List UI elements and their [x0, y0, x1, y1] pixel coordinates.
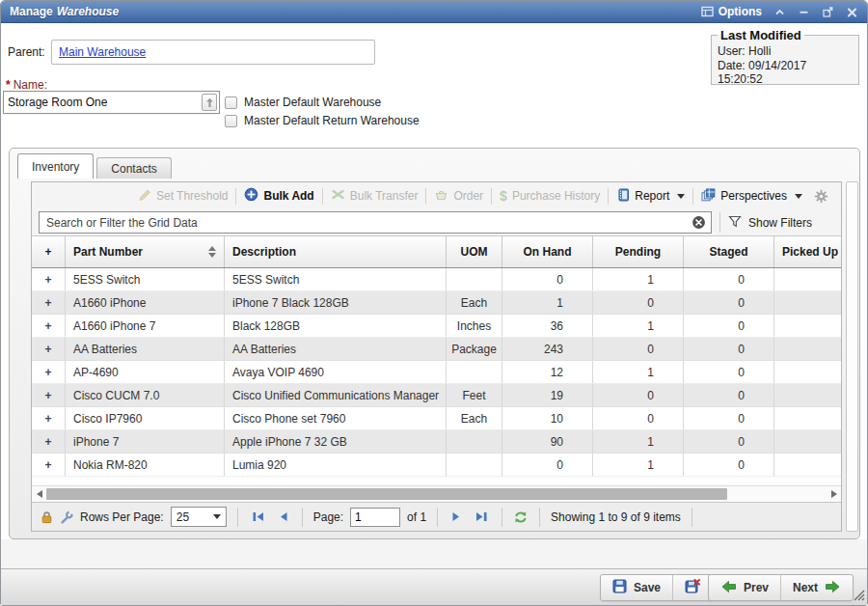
row-expand-button[interactable]: + — [32, 268, 66, 290]
scroll-right-icon[interactable] — [827, 486, 841, 502]
wrench-icon[interactable] — [60, 510, 73, 524]
collapse-icon[interactable] — [773, 6, 786, 18]
clear-search-icon[interactable] — [692, 215, 706, 230]
header-pending[interactable]: Pending — [593, 236, 684, 267]
show-filters-button[interactable]: Show Filters — [728, 215, 812, 231]
header-uom[interactable]: UOM — [447, 236, 502, 267]
table-row[interactable]: + Cisco CUCM 7.0 Cisco Unified Communica… — [32, 384, 841, 407]
cell-part-number: Cisco CUCM 7.0 — [66, 384, 225, 406]
name-input[interactable] — [4, 96, 202, 109]
header-staged[interactable]: Staged — [684, 236, 774, 267]
tab-contacts[interactable]: Contacts — [96, 157, 171, 179]
cell-picked-up — [774, 291, 841, 314]
scrollbar-thumb[interactable] — [46, 488, 727, 500]
parent-link[interactable]: Main Warehouse — [59, 45, 146, 59]
cell-part-number: A1660 iPhone — [66, 291, 225, 314]
header-picked-up[interactable]: Picked Up — [774, 236, 841, 267]
horizontal-scrollbar[interactable] — [32, 485, 841, 502]
first-page-icon[interactable] — [249, 510, 268, 523]
bulk-transfer-button[interactable]: Bulk Transfer — [325, 188, 424, 204]
scroll-left-icon[interactable] — [32, 486, 46, 502]
last-page-icon[interactable] — [472, 510, 491, 523]
cell-part-number: Nokia RM-820 — [66, 454, 225, 476]
report-dropdown-button[interactable]: Report — [610, 188, 691, 205]
header-on-hand[interactable]: On Hand — [502, 236, 593, 267]
cell-pending: 0 — [593, 407, 684, 429]
cell-uom: Feet — [447, 384, 502, 406]
cell-pending: 1 — [593, 454, 684, 476]
last-modified-date: Date: 09/14/2017 15:20:52 — [718, 59, 853, 86]
row-expand-button[interactable]: + — [32, 338, 66, 360]
floppy-disk-close-icon — [685, 579, 700, 596]
row-expand-button[interactable]: + — [32, 315, 66, 337]
row-expand-button[interactable]: + — [32, 454, 66, 476]
resize-grip[interactable] — [851, 587, 865, 604]
purchase-history-button[interactable]: $ Purchase History — [494, 188, 606, 204]
cell-staged: 0 — [684, 384, 774, 406]
table-row[interactable]: + Cisco IP7960 Cisco Phone set 7960 Each… — [32, 407, 841, 430]
tab-strip: Inventory Contacts — [17, 153, 172, 179]
lock-icon[interactable] — [41, 510, 53, 524]
options-button[interactable]: Options — [701, 5, 762, 18]
minimize-icon[interactable] — [798, 6, 810, 18]
layers-icon — [701, 188, 716, 205]
table-row[interactable]: + A1660 iPhone iPhone 7 Black 128GB Each… — [32, 291, 841, 315]
vertical-scrollbar[interactable] — [846, 181, 858, 532]
sort-icon[interactable] — [208, 246, 216, 258]
cell-on-hand: 90 — [502, 430, 593, 453]
input-helper-icon[interactable] — [202, 94, 217, 111]
rows-per-page-select[interactable]: 25 — [171, 507, 227, 527]
cell-uom: Inches — [447, 315, 502, 337]
master-default-return-warehouse-checkbox[interactable] — [225, 115, 237, 127]
refresh-icon[interactable] — [513, 510, 529, 524]
last-modified-legend: Last Modified — [718, 28, 804, 42]
window-title-prefix: Manage — [10, 5, 53, 18]
grid-settings-gear-icon[interactable] — [808, 189, 834, 204]
save-and-close-button[interactable] — [673, 575, 712, 600]
options-list-icon — [701, 6, 714, 17]
basket-icon — [434, 188, 448, 204]
checkbox-label: Master Default Return Warehouse — [244, 114, 420, 127]
row-expand-button[interactable]: + — [32, 361, 66, 383]
save-button[interactable]: Save — [601, 575, 673, 600]
next-page-icon[interactable] — [448, 510, 465, 523]
next-button[interactable]: Next — [781, 575, 853, 600]
inventory-grid-panel: Set Threshold Bulk Add Bulk Transfer Ord… — [31, 181, 842, 532]
bulk-add-button[interactable]: Bulk Add — [238, 187, 319, 205]
tab-inventory[interactable]: Inventory — [17, 153, 94, 179]
table-row[interactable]: + A1660 iPhone 7 Black 128GB Inches 36 1… — [32, 315, 841, 338]
page-number-input[interactable] — [350, 508, 400, 527]
grid-toolbar: Set Threshold Bulk Add Bulk Transfer Ord… — [32, 182, 841, 209]
cell-uom — [447, 430, 502, 453]
cell-uom — [447, 454, 502, 476]
rows-per-page-label: Rows Per Page: — [80, 510, 164, 524]
row-expand-button[interactable]: + — [32, 384, 66, 406]
prev-page-icon[interactable] — [275, 510, 291, 523]
set-threshold-button[interactable]: Set Threshold — [132, 188, 234, 205]
cell-pending: 0 — [593, 338, 684, 360]
header-description[interactable]: Description — [225, 236, 447, 267]
table-row[interactable]: + AP-4690 Avaya VOIP 4690 12 1 0 — [32, 361, 841, 384]
last-modified-group: Last Modified User: Holli Date: 09/14/20… — [711, 28, 859, 85]
master-default-warehouse-checkbox[interactable] — [225, 96, 237, 109]
row-expand-button[interactable]: + — [32, 430, 66, 453]
table-row[interactable]: + 5ESS Switch 5ESS Switch 0 1 0 — [32, 268, 841, 291]
order-button[interactable]: Order — [428, 188, 489, 204]
add-circle-icon — [244, 187, 258, 205]
cell-part-number: AA Batteries — [66, 338, 225, 360]
row-expand-button[interactable]: + — [32, 407, 66, 429]
perspectives-dropdown-button[interactable]: Perspectives — [695, 188, 808, 205]
header-part-number[interactable]: Part Number — [66, 236, 225, 267]
table-row[interactable]: + AA Batteries AA Batteries Package 243 … — [32, 338, 841, 361]
close-icon[interactable] — [846, 6, 858, 18]
prev-button[interactable]: Prev — [709, 575, 781, 600]
row-expand-button[interactable]: + — [32, 291, 66, 314]
cell-uom — [447, 268, 502, 290]
table-row[interactable]: + iPhone 7 Apple iPhone 7 32 GB 90 1 0 — [32, 430, 841, 454]
checkbox-label: Master Default Warehouse — [244, 96, 381, 109]
cell-uom: Each — [447, 291, 502, 314]
popout-icon[interactable] — [822, 6, 834, 18]
cell-description: Cisco Phone set 7960 — [225, 407, 447, 429]
table-row[interactable]: + Nokia RM-820 Lumia 920 0 1 0 — [32, 454, 841, 477]
search-input[interactable] — [44, 215, 692, 231]
